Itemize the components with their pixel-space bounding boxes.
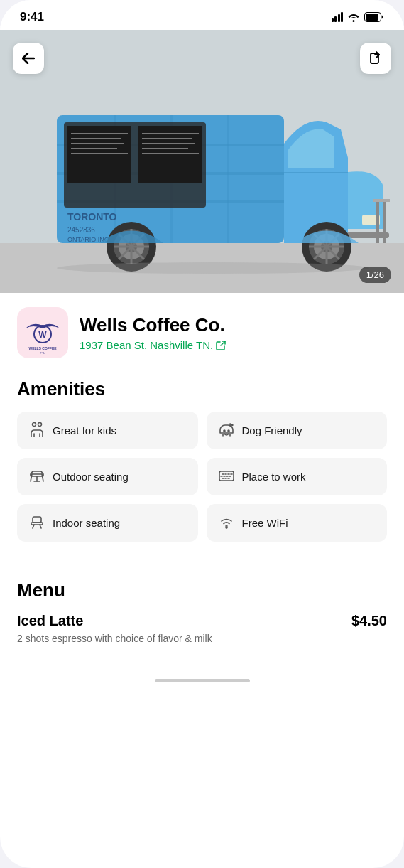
svg-point-58 <box>38 423 42 427</box>
image-counter: 1/26 <box>359 267 391 283</box>
svg-point-57 <box>33 423 36 427</box>
amenity-indoor: Indoor seating <box>17 504 198 542</box>
indoor-seating-icon <box>28 514 45 532</box>
amenity-wifi: Free WiFi <box>207 504 388 542</box>
free-wifi-icon <box>218 514 235 532</box>
svg-rect-16 <box>71 138 121 139</box>
svg-rect-11 <box>227 115 229 243</box>
svg-rect-82 <box>31 523 43 525</box>
divider <box>17 562 387 562</box>
dog-label: Dog Friendly <box>242 424 302 436</box>
status-icons <box>332 12 385 22</box>
svg-point-59 <box>224 430 225 432</box>
svg-rect-1 <box>366 14 378 21</box>
kids-icon <box>28 422 45 439</box>
hero-image: TORONTO 2452836 ONTARIO INC. <box>0 30 404 293</box>
venue-name: Wells Coffee Co. <box>80 314 226 336</box>
indoor-label: Indoor seating <box>53 517 120 529</box>
svg-text:2452836: 2452836 <box>67 226 95 234</box>
outdoor-label: Outdoor seating <box>53 471 129 483</box>
svg-rect-21 <box>142 138 192 139</box>
phone-frame: 9:41 <box>0 0 404 868</box>
svg-rect-23 <box>142 148 188 149</box>
status-time: 9:41 <box>20 10 44 24</box>
back-arrow-icon <box>22 53 35 64</box>
wifi-icon <box>347 12 360 22</box>
svg-text:W: W <box>38 330 47 340</box>
svg-rect-48 <box>383 200 386 243</box>
outdoor-seating-icon <box>28 468 45 486</box>
amenity-kids: Great for kids <box>17 412 198 449</box>
svg-rect-24 <box>142 153 199 154</box>
content-area: W WELLS COFFEE FTL Wells Coffee Co. 1937… <box>0 293 404 672</box>
svg-point-85 <box>226 527 227 528</box>
svg-rect-19 <box>71 153 128 154</box>
svg-rect-17 <box>71 143 124 144</box>
svg-text:FTL: FTL <box>40 351 45 355</box>
svg-rect-28 <box>284 172 348 173</box>
amenity-outdoor: Outdoor seating <box>17 458 198 495</box>
menu-item-desc: 2 shots espresso with choice of flavor &… <box>17 632 212 646</box>
svg-rect-15 <box>71 133 128 134</box>
svg-point-50 <box>57 262 369 274</box>
dog-icon <box>218 422 235 439</box>
svg-rect-49 <box>373 199 390 202</box>
share-icon <box>368 51 383 65</box>
hero-background: TORONTO 2452836 ONTARIO INC. <box>0 30 404 293</box>
signal-icon <box>332 12 344 22</box>
back-button[interactable] <box>13 43 44 74</box>
address-text: 1937 Bean St. Nashville TN. <box>80 339 213 351</box>
menu-item: Iced Latte 2 shots espresso with choice … <box>17 613 387 646</box>
menu-section: Menu Iced Latte 2 shots espresso with ch… <box>17 579 387 672</box>
battery-icon <box>364 12 384 22</box>
venue-address[interactable]: 1937 Bean St. Nashville TN. <box>80 339 226 351</box>
venue-logo: W WELLS COFFEE FTL <box>17 307 68 358</box>
share-button[interactable] <box>360 43 391 74</box>
kids-label: Great for kids <box>53 424 116 436</box>
svg-point-60 <box>228 430 229 432</box>
menu-item-price: $4.50 <box>351 613 387 629</box>
amenity-dog: Dog Friendly <box>207 412 388 449</box>
work-label: Place to work <box>242 471 306 483</box>
amenity-work: Place to work <box>207 458 388 495</box>
svg-rect-30 <box>346 232 389 238</box>
wifi-label: Free WiFi <box>242 517 288 529</box>
menu-item-left: Iced Latte 2 shots espresso with choice … <box>17 613 212 646</box>
svg-rect-20 <box>142 133 199 134</box>
svg-rect-18 <box>71 148 117 149</box>
place-to-work-icon <box>218 468 235 486</box>
venue-header: W WELLS COFFEE FTL Wells Coffee Co. 1937… <box>17 307 387 358</box>
wells-coffee-logo-svg: W WELLS COFFEE FTL <box>18 309 67 357</box>
svg-rect-22 <box>142 143 195 144</box>
svg-rect-81 <box>33 517 41 523</box>
svg-rect-47 <box>376 200 379 243</box>
svg-text:WELLS COFFEE: WELLS COFFEE <box>28 346 57 350</box>
home-bar <box>155 679 250 682</box>
amenities-grid: Great for kids Dog Friendly <box>17 412 387 542</box>
venue-info: Wells Coffee Co. 1937 Bean St. Nashville… <box>80 314 226 351</box>
external-link-icon <box>216 341 226 350</box>
amenities-title: Amenities <box>17 378 387 400</box>
status-bar: 9:41 <box>0 0 404 30</box>
svg-text:TORONTO: TORONTO <box>67 211 117 223</box>
menu-title: Menu <box>17 579 387 601</box>
menu-item-name: Iced Latte <box>17 613 212 629</box>
home-indicator <box>0 672 404 694</box>
